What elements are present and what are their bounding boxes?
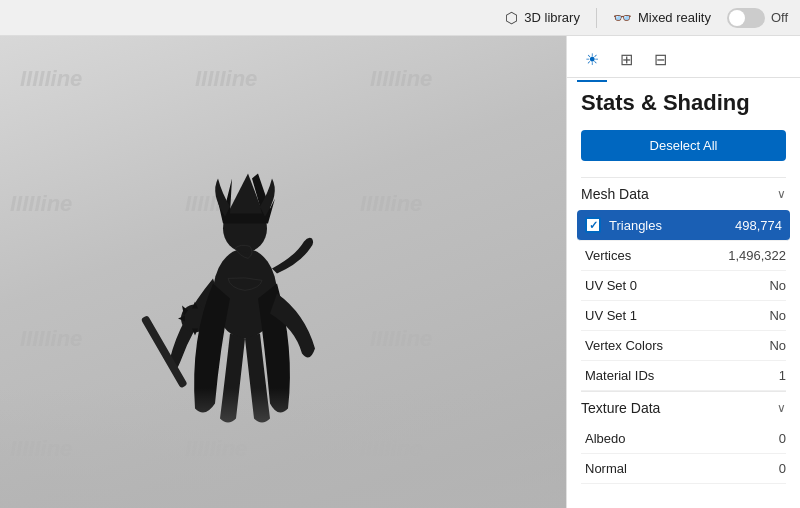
library-label: 3D library bbox=[524, 10, 580, 25]
mesh-data-chevron: ∨ bbox=[777, 187, 786, 201]
right-panel: ☀ ⊞ ⊟ Stats & Shading Deselect All Mesh … bbox=[566, 36, 800, 508]
uv-set-0-label: UV Set 0 bbox=[585, 278, 637, 293]
library-button[interactable]: ⬡ 3D library bbox=[505, 9, 580, 27]
triangles-value: 498,774 bbox=[735, 218, 782, 233]
texture-data-title: Texture Data bbox=[581, 400, 660, 416]
texture-data-chevron: ∨ bbox=[777, 401, 786, 415]
panel-title: Stats & Shading bbox=[581, 90, 786, 116]
mixed-reality-icon: 👓 bbox=[613, 9, 632, 27]
albedo-label: Albedo bbox=[585, 431, 625, 446]
watermark: IIIIIine bbox=[360, 436, 422, 462]
panel-tabs: ☀ ⊞ ⊟ bbox=[567, 36, 800, 78]
material-ids-value: 1 bbox=[779, 368, 786, 383]
toggle-container[interactable]: Off bbox=[727, 8, 788, 28]
uv-set-1-value: No bbox=[769, 308, 786, 323]
normal-label: Normal bbox=[585, 461, 627, 476]
vertex-colors-row: Vertex Colors No bbox=[581, 331, 786, 361]
triangles-label: Triangles bbox=[609, 218, 662, 233]
top-bar: ⬡ 3D library 👓 Mixed reality Off bbox=[0, 0, 800, 36]
main-area: IIIIIine IIIIIine IIIIIine IIIIIine IIII… bbox=[0, 36, 800, 508]
uv-set-0-row: UV Set 0 No bbox=[581, 271, 786, 301]
watermark: IIIIIine bbox=[185, 436, 247, 462]
uv-set-1-row: UV Set 1 No bbox=[581, 301, 786, 331]
texture-data-section-header[interactable]: Texture Data ∨ bbox=[581, 391, 786, 424]
triangles-left: ✓ Triangles bbox=[585, 217, 662, 233]
tab-grid[interactable]: ⊞ bbox=[611, 45, 641, 75]
watermark: IIIIIine bbox=[10, 436, 72, 462]
quad-icon: ⊟ bbox=[654, 50, 667, 69]
watermark: IIIIIine bbox=[20, 66, 82, 92]
normal-row: Normal 0 bbox=[581, 454, 786, 484]
tab-sun[interactable]: ☀ bbox=[577, 45, 607, 75]
mesh-data-section-header[interactable]: Mesh Data ∨ bbox=[581, 177, 786, 210]
watermark: IIIIIine bbox=[370, 326, 432, 352]
material-ids-row: Material IDs 1 bbox=[581, 361, 786, 391]
normal-value: 0 bbox=[779, 461, 786, 476]
library-icon: ⬡ bbox=[505, 9, 518, 27]
watermark: IIIIIine bbox=[10, 191, 72, 217]
mesh-data-title: Mesh Data bbox=[581, 186, 649, 202]
toggle-knob bbox=[729, 10, 745, 26]
watermark: IIIIIine bbox=[370, 66, 432, 92]
triangles-checkbox[interactable]: ✓ bbox=[585, 217, 601, 233]
checkmark-icon: ✓ bbox=[589, 219, 598, 232]
sun-icon: ☀ bbox=[585, 50, 599, 69]
albedo-value: 0 bbox=[779, 431, 786, 446]
triangles-row[interactable]: ✓ Triangles 498,774 bbox=[577, 210, 790, 241]
albedo-row: Albedo 0 bbox=[581, 424, 786, 454]
3d-model bbox=[140, 118, 360, 438]
vertex-colors-label: Vertex Colors bbox=[585, 338, 663, 353]
material-ids-label: Material IDs bbox=[585, 368, 654, 383]
watermark: IIIIIine bbox=[20, 326, 82, 352]
vertices-row: Vertices 1,496,322 bbox=[581, 241, 786, 271]
mixed-reality-toggle[interactable] bbox=[727, 8, 765, 28]
watermark: IIIIIine bbox=[360, 191, 422, 217]
grid-icon: ⊞ bbox=[620, 50, 633, 69]
watermark: IIIIIine bbox=[195, 66, 257, 92]
deselect-all-button[interactable]: Deselect All bbox=[581, 130, 786, 161]
panel-content: Stats & Shading Deselect All Mesh Data ∨… bbox=[567, 78, 800, 508]
divider bbox=[596, 8, 597, 28]
tab-quad[interactable]: ⊟ bbox=[645, 45, 675, 75]
vertex-colors-value: No bbox=[769, 338, 786, 353]
uv-set-1-label: UV Set 1 bbox=[585, 308, 637, 323]
uv-set-0-value: No bbox=[769, 278, 786, 293]
vertices-label: Vertices bbox=[585, 248, 631, 263]
mixed-reality-button[interactable]: 👓 Mixed reality bbox=[613, 9, 711, 27]
viewport: IIIIIine IIIIIine IIIIIine IIIIIine IIII… bbox=[0, 36, 566, 508]
mixed-reality-label: Mixed reality bbox=[638, 10, 711, 25]
toggle-off-label: Off bbox=[771, 10, 788, 25]
vertices-value: 1,496,322 bbox=[728, 248, 786, 263]
